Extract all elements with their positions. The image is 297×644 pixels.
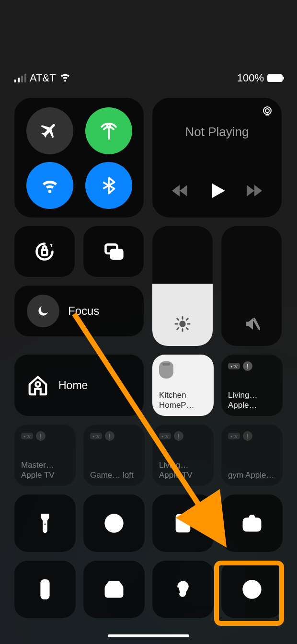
airplay-icon[interactable] (262, 105, 273, 119)
cellular-signal-icon (14, 74, 26, 82)
svg-rect-12 (179, 518, 186, 521)
svg-point-8 (35, 382, 40, 387)
svg-point-17 (182, 527, 184, 529)
atv-badge: tv (21, 433, 33, 439)
alert-icon: ! (243, 361, 252, 371)
connectivity-panel[interactable] (14, 98, 144, 218)
appletv-tile-living[interactable]: tv! Living… Apple… (221, 355, 283, 416)
alert-icon: ! (174, 431, 183, 441)
play-button[interactable] (207, 181, 227, 202)
screen-record-button[interactable] (221, 561, 283, 618)
home-label: Home (58, 379, 88, 392)
homepod-tile-kitchen[interactable]: Kitchen HomeP… (152, 355, 214, 416)
forward-button[interactable] (247, 184, 262, 199)
calculator-button[interactable] (152, 494, 214, 552)
tile-label: Game… loft (90, 471, 138, 480)
wifi-status-icon (59, 71, 71, 85)
svg-point-16 (179, 527, 181, 529)
svg-point-1 (265, 109, 269, 113)
tile-label: Living… Apple TV (159, 460, 207, 480)
hearing-button[interactable] (152, 561, 214, 618)
now-playing-title: Not Playing (162, 125, 272, 139)
svg-point-15 (185, 523, 187, 525)
svg-point-5 (180, 321, 185, 327)
atv-badge: tv (90, 433, 102, 439)
svg-point-27 (43, 595, 44, 597)
svg-point-31 (248, 586, 255, 593)
svg-point-23 (43, 589, 44, 591)
svg-point-25 (43, 592, 44, 594)
svg-point-18 (185, 527, 187, 529)
media-panel[interactable]: Not Playing (152, 98, 282, 218)
brightness-slider[interactable] (152, 226, 213, 346)
svg-rect-4 (111, 250, 123, 258)
tile-label: Master… Apple TV (21, 460, 69, 480)
bluetooth-toggle[interactable] (85, 162, 132, 209)
focus-button[interactable]: Focus (14, 286, 144, 336)
svg-rect-29 (106, 586, 123, 597)
alert-icon: ! (243, 431, 252, 441)
atv-badge: tv (159, 433, 171, 439)
homepod-icon (159, 361, 173, 379)
battery-percentage: 100% (237, 72, 264, 84)
orientation-lock-button[interactable] (14, 226, 75, 277)
svg-point-26 (46, 592, 47, 594)
svg-point-9 (44, 523, 46, 526)
timer-button[interactable] (83, 494, 145, 552)
svg-point-28 (46, 595, 47, 597)
status-bar: AT&T 100% (14, 0, 283, 86)
volume-slider[interactable] (221, 226, 282, 346)
cellular-data-toggle[interactable] (85, 107, 132, 154)
alert-icon: ! (36, 431, 46, 441)
appletv-tile-master[interactable]: tv! Master… Apple TV (14, 425, 76, 486)
svg-point-13 (179, 523, 181, 525)
remote-button[interactable] (14, 561, 76, 618)
svg-point-20 (248, 521, 255, 528)
atv-badge: tv (228, 433, 240, 439)
svg-point-22 (43, 583, 47, 587)
airplane-mode-toggle[interactable] (26, 107, 73, 154)
tile-label: Kitchen HomeP… (159, 391, 207, 410)
wallet-button[interactable] (83, 561, 145, 618)
appletv-tile-gym[interactable]: tv! gym Apple… (221, 425, 283, 486)
flashlight-button[interactable] (14, 494, 76, 552)
svg-rect-2 (42, 250, 47, 255)
focus-label: Focus (68, 304, 99, 318)
alert-icon: ! (105, 431, 114, 441)
appletv-tile-gameloft[interactable]: tv! Game… loft (83, 425, 145, 486)
tile-label: Living… Apple… (228, 391, 276, 410)
home-indicator[interactable] (108, 634, 189, 637)
camera-button[interactable] (221, 494, 283, 552)
svg-point-14 (182, 523, 184, 525)
screen-mirroring-button[interactable] (83, 226, 144, 277)
rewind-button[interactable] (172, 184, 187, 199)
atv-badge: tv (228, 363, 240, 369)
wifi-toggle[interactable] (26, 162, 73, 209)
moon-icon (27, 295, 59, 327)
tile-label: gym Apple… (228, 471, 276, 480)
battery-icon (267, 74, 283, 82)
svg-point-24 (46, 589, 47, 591)
carrier-label: AT&T (30, 72, 56, 84)
appletv-tile-living2[interactable]: tv! Living… Apple TV (152, 425, 214, 486)
home-button[interactable]: Home (14, 355, 144, 416)
